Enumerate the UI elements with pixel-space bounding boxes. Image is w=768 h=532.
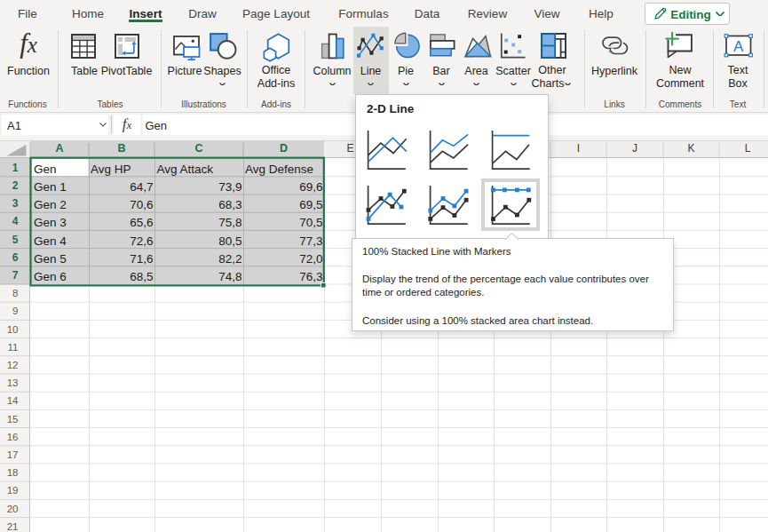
svg-text:5: 5: [12, 234, 19, 246]
svg-text:70,6: 70,6: [130, 198, 153, 211]
svg-text:69,6: 69,6: [299, 180, 322, 194]
svg-text:Gen 4: Gen 4: [34, 234, 67, 248]
svg-text:Gen 6: Gen 6: [34, 270, 67, 283]
svg-text:80,5: 80,5: [218, 234, 241, 248]
svg-text:10: 10: [7, 324, 19, 335]
svg-text:13: 13: [7, 377, 19, 388]
svg-text:9: 9: [12, 306, 18, 316]
svg-text:68,3: 68,3: [218, 198, 241, 211]
svg-text:18: 18: [7, 467, 19, 478]
svg-text:K: K: [687, 142, 694, 155]
svg-text:17: 17: [7, 449, 19, 460]
svg-text:82,2: 82,2: [218, 252, 241, 266]
svg-text:64,7: 64,7: [130, 180, 153, 194]
svg-text:6: 6: [12, 251, 19, 264]
svg-text:4: 4: [12, 215, 19, 227]
svg-text:Gen 3: Gen 3: [34, 216, 67, 229]
svg-text:75,8: 75,8: [218, 216, 241, 229]
svg-text:B: B: [117, 142, 125, 155]
svg-text:12: 12: [7, 360, 19, 370]
svg-text:E: E: [347, 142, 354, 155]
svg-text:68,5: 68,5: [130, 270, 153, 283]
svg-text:Gen 1: Gen 1: [34, 180, 67, 194]
svg-text:72,0: 72,0: [299, 252, 322, 266]
svg-text:71,6: 71,6: [130, 252, 153, 266]
svg-text:77,3: 77,3: [299, 234, 322, 248]
svg-text:A: A: [733, 38, 744, 55]
svg-text:I: I: [577, 142, 580, 155]
svg-text:20: 20: [7, 504, 19, 514]
svg-text:A: A: [55, 142, 63, 155]
svg-text:69,5: 69,5: [299, 198, 322, 211]
svg-text:C: C: [194, 142, 202, 155]
svg-text:21: 21: [7, 521, 19, 532]
svg-text:J: J: [632, 142, 637, 155]
svg-text:2: 2: [12, 179, 19, 192]
svg-text:Avg Attack: Avg Attack: [157, 163, 214, 176]
svg-text:D: D: [280, 142, 288, 155]
svg-text:72,6: 72,6: [130, 234, 153, 248]
svg-text:19: 19: [7, 485, 19, 496]
svg-text:8: 8: [12, 288, 18, 298]
svg-text:73,9: 73,9: [218, 180, 241, 194]
svg-text:L: L: [745, 142, 751, 155]
svg-text:1: 1: [12, 162, 19, 174]
svg-text:Gen 5: Gen 5: [34, 252, 67, 266]
svg-text:14: 14: [7, 395, 19, 406]
svg-text:Gen 2: Gen 2: [34, 198, 67, 211]
svg-text:Avg Defense: Avg Defense: [245, 163, 313, 176]
svg-text:15: 15: [7, 414, 19, 425]
svg-text:7: 7: [12, 269, 19, 282]
svg-text:16: 16: [7, 432, 19, 442]
svg-text:74,8: 74,8: [218, 270, 241, 283]
svg-text:Avg HP: Avg HP: [91, 163, 131, 176]
svg-text:70,5: 70,5: [299, 216, 322, 229]
svg-text:11: 11: [8, 342, 19, 353]
svg-text:Gen: Gen: [34, 163, 57, 176]
svg-text:65,6: 65,6: [130, 216, 153, 229]
svg-text:3: 3: [12, 197, 19, 210]
svg-text:76,3: 76,3: [299, 270, 322, 283]
